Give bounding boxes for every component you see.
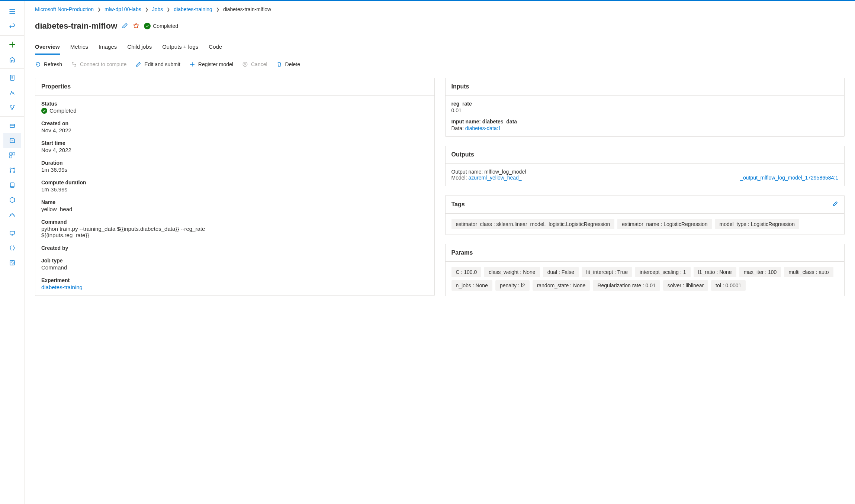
- param-chip: random_state : None: [533, 280, 590, 291]
- duration-key: Duration: [41, 160, 428, 166]
- undo-icon[interactable]: [3, 19, 21, 34]
- job-type-key: Job type: [41, 258, 428, 264]
- status-badge: Completed: [144, 23, 178, 29]
- tag-chip: estimator_name : LogisticRegression: [617, 219, 712, 229]
- status-value: Completed: [49, 107, 77, 114]
- cancel-button: Cancel: [242, 61, 267, 67]
- reg-rate-value: 0.01: [451, 107, 839, 113]
- param-chip: l1_ratio : None: [694, 267, 736, 277]
- model-link-left[interactable]: azureml_yellow_head_: [468, 175, 521, 181]
- linked-icon[interactable]: [3, 255, 21, 270]
- svg-rect-4: [10, 124, 15, 127]
- connect-compute-button: Connect to compute: [71, 61, 126, 67]
- delete-button[interactable]: Delete: [276, 61, 300, 67]
- refresh-button[interactable]: Refresh: [35, 61, 62, 67]
- tag-chip: model_type : LogisticRegression: [715, 219, 799, 229]
- environments-icon[interactable]: [3, 178, 21, 193]
- name-value: yellow_head_: [41, 206, 428, 212]
- components-icon[interactable]: [3, 148, 21, 163]
- svg-point-8: [10, 168, 11, 169]
- chevron-right-icon: ❯: [216, 7, 219, 12]
- menu-icon[interactable]: [3, 4, 21, 19]
- status-label: Completed: [153, 23, 178, 29]
- breadcrumb-item[interactable]: Microsoft Non-Production: [35, 6, 94, 12]
- model-label: Model:: [451, 175, 469, 181]
- page-title: diabetes-train-mlflow: [35, 21, 117, 31]
- pencil-icon[interactable]: [122, 22, 128, 30]
- params-header: Params: [446, 244, 845, 262]
- data-icon[interactable]: [3, 118, 21, 133]
- created-by-key: Created by: [41, 245, 428, 251]
- params-card: Params C : 100.0class_weight : Nonedual …: [445, 244, 845, 296]
- param-chip: penalty : l2: [495, 280, 530, 291]
- tab-metrics[interactable]: Metrics: [70, 41, 88, 55]
- models-icon[interactable]: [3, 193, 21, 207]
- breadcrumb-item[interactable]: Jobs: [152, 6, 163, 12]
- properties-card: Properties Status Completed Created on N…: [35, 78, 435, 296]
- breadcrumb: Microsoft Non-Production ❯ mlw-dp100-lab…: [35, 1, 845, 16]
- pencil-icon[interactable]: [832, 201, 838, 208]
- breadcrumb-current: diabetes-train-mlflow: [223, 6, 271, 12]
- breadcrumb-item[interactable]: diabetes-training: [174, 6, 212, 12]
- inputs-card: Inputs reg_rate 0.01 Input name: diabete…: [445, 78, 845, 137]
- designer-icon[interactable]: [3, 100, 21, 115]
- tab-overview[interactable]: Overview: [35, 41, 60, 55]
- tag-chip: estimator_class : sklearn.linear_model._…: [451, 219, 615, 229]
- param-chip: n_jobs : None: [451, 280, 492, 291]
- register-model-button[interactable]: Register model: [189, 61, 233, 67]
- breadcrumb-item[interactable]: mlw-dp100-labs: [105, 6, 141, 12]
- svg-rect-7: [10, 156, 12, 158]
- tab-outputs-logs[interactable]: Outputs + logs: [162, 41, 198, 55]
- compute-icon[interactable]: [3, 226, 21, 240]
- notebook-icon[interactable]: [3, 70, 21, 85]
- refresh-label: Refresh: [44, 61, 62, 67]
- delete-label: Delete: [285, 61, 300, 67]
- params-chips: C : 100.0class_weight : Nonedual : False…: [451, 267, 839, 291]
- tags-chips: estimator_class : sklearn.linear_model._…: [451, 219, 839, 229]
- name-key: Name: [41, 199, 428, 205]
- param-chip: intercept_scaling : 1: [635, 267, 691, 277]
- add-icon[interactable]: [3, 37, 21, 52]
- edit-submit-button[interactable]: Edit and submit: [135, 61, 180, 67]
- compute-duration-value: 1m 36.99s: [41, 186, 428, 193]
- endpoints-icon[interactable]: [3, 207, 21, 222]
- svg-rect-5: [10, 153, 12, 155]
- param-chip: Regularization rate : 0.01: [593, 280, 660, 291]
- datastores-icon[interactable]: [3, 240, 21, 255]
- output-name-key: Output name: mlflow_log_model: [451, 169, 839, 175]
- cancel-label: Cancel: [251, 61, 267, 67]
- tab-images[interactable]: Images: [99, 41, 117, 55]
- experiment-link[interactable]: diabetes-training: [41, 284, 83, 290]
- tab-code[interactable]: Code: [209, 41, 222, 55]
- svg-point-1: [10, 105, 11, 106]
- register-label: Register model: [198, 61, 233, 67]
- start-time-key: Start time: [41, 140, 428, 146]
- inputs-header: Inputs: [446, 78, 845, 96]
- duration-value: 1m 36.99s: [41, 167, 428, 173]
- input-name-key: Input name: diabetes_data: [451, 119, 839, 125]
- svg-rect-6: [13, 153, 15, 155]
- diabetes-data-link[interactable]: diabetes-data:1: [465, 125, 501, 131]
- home-icon[interactable]: [3, 52, 21, 67]
- param-chip: multi_class : auto: [784, 267, 833, 277]
- sidebar: [0, 1, 25, 504]
- svg-point-3: [12, 109, 13, 110]
- reg-rate-key: reg_rate: [451, 101, 839, 107]
- data-label: Data:: [451, 125, 465, 131]
- automl-icon[interactable]: [3, 85, 21, 100]
- check-circle-icon: [144, 23, 151, 29]
- pipelines-icon[interactable]: [3, 163, 21, 178]
- model-link-right[interactable]: _output_mlflow_log_model_1729586584:1: [740, 175, 838, 181]
- status-key: Status: [41, 101, 428, 107]
- edit-label: Edit and submit: [144, 61, 180, 67]
- param-chip: fit_intercept : True: [582, 267, 632, 277]
- command-value: python train.py --training_data ${{input…: [41, 226, 235, 238]
- star-icon[interactable]: [133, 22, 139, 30]
- jobs-icon[interactable]: [3, 133, 21, 148]
- tab-child-jobs[interactable]: Child jobs: [127, 41, 152, 55]
- svg-point-2: [13, 105, 14, 106]
- toolbar: Refresh Connect to compute Edit and subm…: [35, 55, 845, 72]
- chevron-right-icon: ❯: [167, 7, 170, 12]
- created-on-key: Created on: [41, 120, 428, 126]
- main-content: Microsoft Non-Production ❯ mlw-dp100-lab…: [25, 1, 855, 504]
